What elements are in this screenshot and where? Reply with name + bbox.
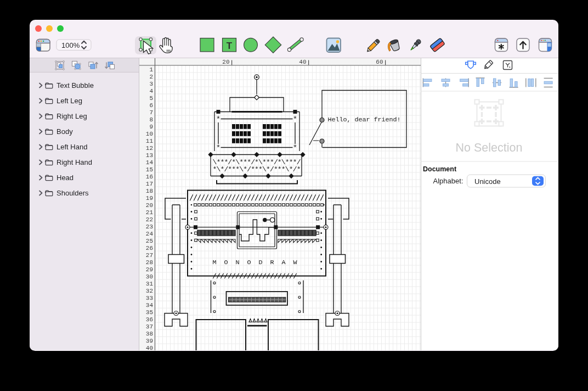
svg-text:10: 10 xyxy=(145,130,152,137)
svg-text:Unicode: Unicode xyxy=(474,177,501,185)
svg-text:3: 3 xyxy=(149,80,153,87)
svg-text:60: 60 xyxy=(376,59,383,65)
svg-text:40: 40 xyxy=(299,59,306,65)
svg-text:T: T xyxy=(227,41,233,51)
svg-text:18: 18 xyxy=(145,187,152,194)
svg-text:*: * xyxy=(292,115,297,124)
svg-text:31: 31 xyxy=(145,280,153,287)
svg-text:30: 30 xyxy=(145,273,152,280)
svg-text:34: 34 xyxy=(145,301,153,308)
svg-text:28: 28 xyxy=(145,259,152,265)
svg-text:20: 20 xyxy=(145,202,152,208)
svg-text:1: 1 xyxy=(149,66,153,72)
svg-text:26: 26 xyxy=(145,244,152,251)
svg-text:*: * xyxy=(216,143,220,152)
svg-text:17: 17 xyxy=(145,180,152,187)
svg-text:24: 24 xyxy=(145,230,153,237)
svg-text:21: 21 xyxy=(145,209,153,215)
svg-text:Document: Document xyxy=(423,165,457,172)
svg-text:2: 2 xyxy=(149,73,153,80)
svg-text:15: 15 xyxy=(145,166,152,172)
svg-text:*: * xyxy=(216,115,220,124)
svg-text:M O N O D R A W: M O N O D R A W xyxy=(212,258,297,266)
svg-text:4: 4 xyxy=(149,87,153,94)
svg-text:Alphabet:: Alphabet: xyxy=(433,177,463,185)
svg-text:40: 40 xyxy=(145,344,152,350)
svg-text:22: 22 xyxy=(145,216,152,222)
svg-text:25: 25 xyxy=(145,237,152,244)
svg-text:36: 36 xyxy=(145,316,152,322)
svg-text:33: 33 xyxy=(145,294,152,301)
svg-text:9: 9 xyxy=(149,123,153,130)
svg-text:14: 14 xyxy=(145,159,153,165)
svg-text:35: 35 xyxy=(145,309,152,315)
svg-text:29: 29 xyxy=(145,266,152,272)
svg-text:No Selection: No Selection xyxy=(455,141,522,154)
svg-text:37: 37 xyxy=(145,323,152,329)
svg-text:13: 13 xyxy=(145,152,152,158)
svg-text:*: * xyxy=(292,143,297,152)
svg-text:5: 5 xyxy=(149,94,153,101)
svg-text:20: 20 xyxy=(222,59,229,65)
svg-text:*\*/***\*/***\*/***\*/*: *\*/***\*/***\*/***\*/* xyxy=(212,165,301,174)
svg-text:7: 7 xyxy=(149,109,153,115)
svg-text:27: 27 xyxy=(145,252,152,258)
svg-text:Hello, dear friend!: Hello, dear friend! xyxy=(327,115,400,123)
svg-text:38: 38 xyxy=(145,330,152,337)
svg-text:19: 19 xyxy=(145,194,152,201)
svg-text:8: 8 xyxy=(149,116,153,122)
svg-text:6: 6 xyxy=(149,102,153,108)
svg-text:100%: 100% xyxy=(61,41,80,49)
svg-text:11: 11 xyxy=(145,137,153,144)
svg-text:16: 16 xyxy=(145,173,152,180)
svg-text:12: 12 xyxy=(145,144,152,151)
svg-text:39: 39 xyxy=(145,337,152,344)
svg-text:32: 32 xyxy=(145,287,152,294)
svg-text:23: 23 xyxy=(145,223,152,230)
